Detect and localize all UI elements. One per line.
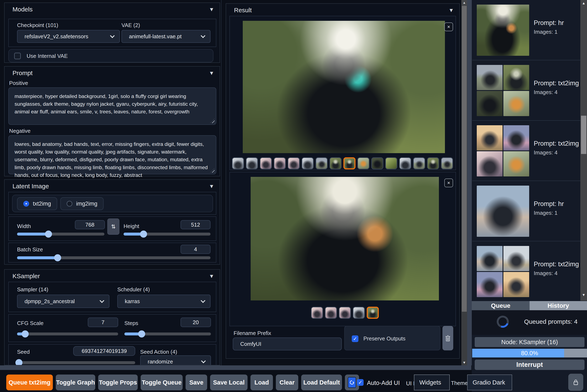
gallery-thumbnail[interactable] (441, 157, 453, 169)
gallery-thumbnail[interactable] (413, 157, 425, 169)
history-thumbnail[interactable] (503, 246, 529, 271)
interrupt-button[interactable]: Interrupt (475, 360, 585, 370)
save-local-button[interactable]: Save Local (210, 374, 248, 390)
result-collapse-icon[interactable]: ▼ (449, 7, 454, 14)
tab-history[interactable]: History (530, 301, 587, 310)
toggle-queue-button[interactable]: Toggle Queue (141, 374, 183, 390)
gallery-thumbnail[interactable] (367, 307, 379, 319)
gallery-thumbnail[interactable] (311, 307, 323, 319)
seed-slider[interactable] (17, 361, 135, 364)
positive-prompt-textarea[interactable]: masterpiece, hyper detailed background, … (8, 88, 216, 125)
history-item[interactable]: Prompt: hrImages: 1 (472, 181, 580, 241)
scroll-up-icon[interactable]: ▲ (580, 1, 587, 6)
history-item[interactable]: Prompt: hrImages: 1 (472, 0, 580, 60)
clear-outputs-button[interactable] (442, 326, 453, 350)
close-image-2-button[interactable]: × (444, 178, 453, 187)
gallery-thumbnail[interactable] (371, 157, 383, 169)
history-thumbnail[interactable] (477, 186, 529, 237)
seed-action-dropdown[interactable]: randomize (140, 356, 211, 365)
save-button[interactable]: Save (185, 374, 207, 390)
batch-size-input[interactable]: 4 (181, 245, 210, 254)
width-input[interactable]: 768 (75, 220, 105, 229)
lock-button[interactable] (568, 374, 583, 391)
gallery-thumbnail[interactable] (427, 157, 439, 169)
horizontal-splitter[interactable] (0, 365, 471, 370)
history-item[interactable]: Prompt: txt2imgImages: 4 (472, 60, 580, 120)
latent-collapse-icon[interactable]: ▼ (209, 183, 214, 190)
radio-txt2img[interactable]: txt2img (17, 197, 57, 210)
cfg-scale-slider[interactable] (17, 332, 118, 336)
gallery-thumbnail[interactable] (325, 307, 337, 319)
toggle-props-button[interactable]: Toggle Props (98, 374, 138, 390)
filename-prefix-input[interactable]: ComfyUI (233, 338, 342, 350)
history-thumbnail[interactable] (503, 65, 529, 90)
height-slider[interactable] (123, 232, 210, 236)
history-item[interactable]: Prompt: txt2imgImages: 4 (472, 121, 580, 180)
history-thumbnail[interactable] (477, 151, 503, 176)
gallery-thumbnail[interactable] (385, 157, 397, 169)
result-image-2[interactable] (251, 177, 439, 300)
history-thumbnail[interactable] (503, 151, 529, 176)
result-image-1[interactable] (243, 21, 445, 153)
checkpoint-dropdown[interactable]: refslaveV2_v2.safetensors (17, 30, 120, 43)
preserve-outputs-checkbox[interactable]: ✓ (352, 336, 358, 342)
vertical-splitter[interactable] (467, 0, 472, 365)
gallery-thumbnail[interactable] (343, 157, 356, 169)
load-button[interactable]: Load (250, 374, 273, 390)
gallery-thumbnail[interactable] (353, 307, 365, 319)
radio-img2img[interactable]: img2img (60, 197, 104, 210)
history-thumbnail[interactable] (477, 91, 503, 116)
sampler-dropdown[interactable]: dpmpp_2s_ancestral (17, 294, 109, 308)
gallery-thumbnail[interactable] (316, 157, 328, 169)
steps-slider[interactable] (124, 332, 211, 336)
history-thumbnail[interactable] (477, 272, 503, 297)
close-image-1-button[interactable]: × (444, 22, 453, 31)
height-input[interactable]: 512 (181, 220, 210, 229)
theme-dropdown[interactable]: Gradio Dark (467, 374, 512, 390)
history-scrollbar[interactable]: ▲ ▼ (580, 0, 587, 301)
negative-prompt-textarea[interactable]: lowres, bad anatomy, bad hands, text, er… (8, 135, 216, 174)
gallery-thumbnail[interactable] (330, 157, 342, 169)
history-item[interactable]: Prompt: txt2imgImages: 4 (472, 241, 580, 301)
gallery-thumbnail[interactable] (232, 157, 244, 169)
gallery-thumbnail[interactable] (288, 157, 300, 169)
scroll-up-icon[interactable]: ▲ (461, 0, 467, 6)
history-thumbnail[interactable] (477, 125, 503, 150)
scroll-down-icon[interactable]: ▼ (461, 360, 467, 365)
load-default-button[interactable]: Load Default (301, 374, 342, 390)
scroll-down-icon[interactable]: ▼ (580, 293, 587, 298)
center-scrollbar-thumb[interactable] (462, 6, 467, 312)
prompt-collapse-icon[interactable]: ▼ (209, 70, 214, 76)
history-thumbnail[interactable] (503, 125, 529, 150)
models-collapse-icon[interactable]: ▼ (209, 6, 214, 13)
clear-button[interactable]: Clear (276, 374, 298, 390)
history-thumbnail[interactable] (477, 246, 503, 271)
scheduler-dropdown[interactable]: karras (117, 294, 210, 308)
tab-queue[interactable]: Queue (472, 301, 530, 310)
gallery-thumbnail[interactable] (399, 157, 411, 169)
width-slider[interactable] (17, 232, 104, 236)
ksampler-collapse-icon[interactable]: ▼ (209, 273, 214, 280)
batch-size-slider[interactable] (17, 256, 210, 259)
auto-add-ui-checkbox[interactable]: ✓ (357, 379, 364, 386)
gallery-thumbnail[interactable] (260, 157, 272, 169)
use-internal-vae-checkbox[interactable] (14, 53, 21, 59)
vae-dropdown[interactable]: animefull-latest.vae.pt (121, 30, 210, 43)
toggle-graph-button[interactable]: Toggle Graph (56, 374, 95, 390)
gallery-thumbnail[interactable] (302, 157, 314, 169)
gallery-thumbnail[interactable] (274, 157, 286, 169)
queue-txt2img-button[interactable]: Queue txt2img (6, 374, 53, 390)
history-thumbnail[interactable] (503, 272, 529, 297)
history-thumbnail[interactable] (477, 65, 503, 90)
history-thumbnail[interactable] (477, 4, 529, 56)
swap-width-height-button[interactable]: ⇅ (107, 218, 119, 235)
gallery-thumbnail[interactable] (357, 157, 369, 169)
gallery-thumbnail[interactable] (339, 307, 351, 319)
center-scrollbar[interactable]: ▲ ▼ (461, 0, 467, 365)
steps-input[interactable]: 20 (181, 318, 211, 327)
widgets-dropdown[interactable]: Widgets (414, 374, 450, 390)
gallery-thumbnail[interactable] (246, 157, 258, 169)
history-scrollbar-thumb[interactable] (581, 116, 587, 154)
history-thumbnail[interactable] (503, 91, 529, 116)
seed-input[interactable]: 693741274019139 (73, 346, 135, 356)
